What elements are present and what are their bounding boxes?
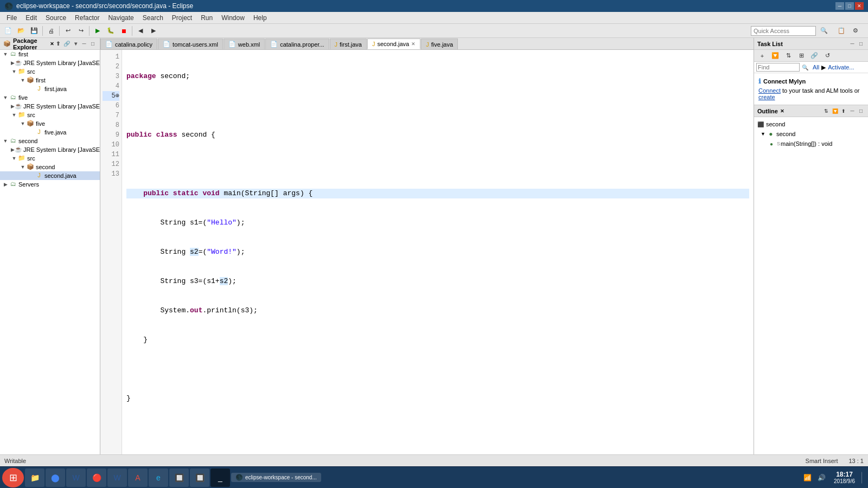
outline-min-btn[interactable]: ─ (848, 107, 856, 115)
tree-item-src-second[interactable]: ▼ 📁 src (0, 154, 100, 163)
mylyn-create-link[interactable]: create (758, 94, 775, 100)
task-filter-btn[interactable]: 🔽 (769, 50, 781, 62)
task-new-btn[interactable]: + (756, 50, 768, 62)
tree-item-jre-first[interactable]: ▶ ☕ JRE System Library [JavaSE-1.8] (0, 59, 100, 67)
tab-catalina-policy[interactable]: 📄 catalina.policy (100, 38, 157, 49)
code-editor[interactable]: 1 2 3 4 5⊕ 6 7 8 9 10 11 12 13 (100, 50, 754, 454)
undo-btn[interactable]: ↩ (62, 25, 74, 37)
show-desktop-btn[interactable] (861, 472, 866, 484)
task-list-icon[interactable]: 📋 (835, 25, 847, 37)
menu-file[interactable]: File (2, 13, 21, 23)
tree-item-second-project[interactable]: ▼ 🗂 second (0, 137, 100, 145)
tree-item-servers[interactable]: ▶ 🗂 Servers (0, 180, 100, 189)
menu-source[interactable]: Source (41, 13, 71, 23)
debug-btn[interactable]: 🐛 (105, 25, 117, 37)
menu-refactor[interactable]: Refactor (71, 13, 104, 23)
task-find-input[interactable] (756, 63, 800, 72)
close-btn[interactable]: ✕ (855, 2, 864, 10)
panel-min-btn[interactable]: ─ (80, 40, 88, 48)
menu-project[interactable]: Project (168, 13, 196, 23)
menu-search[interactable]: Search (138, 13, 168, 23)
taskbar-eclipse-btn[interactable]: 🌑 eclipse-workspace - second... (231, 473, 321, 482)
link-btn[interactable]: 🔗 (63, 40, 71, 48)
tab-first-java[interactable]: J first.java (330, 38, 367, 49)
outline-close-btn[interactable]: ✕ (780, 108, 784, 114)
open-btn[interactable]: 📂 (15, 25, 27, 37)
outline-sort-btn[interactable]: ⇅ (822, 107, 830, 115)
outline-collapse-btn[interactable]: ⬆ (840, 107, 847, 115)
redo-btn[interactable]: ↪ (75, 25, 87, 37)
code-line-5: public static void main(String[] args) { (126, 189, 749, 198)
run-btn[interactable]: ▶ (92, 25, 104, 37)
taskbar-word[interactable]: W (66, 468, 86, 487)
outline-item-package[interactable]: ⬛ second (756, 119, 866, 129)
task-find-search-icon[interactable]: 🔍 (801, 63, 809, 72)
mylyn-connect-link[interactable]: Connect (758, 87, 781, 94)
tree-item-first-project[interactable]: ▼ 🗂 first (0, 50, 100, 59)
tree-item-src-five[interactable]: ▼ 📁 src (0, 111, 100, 119)
outline-max-btn[interactable]: □ (857, 107, 865, 115)
tree-item-second-java[interactable]: J second.java (0, 171, 100, 180)
task-min-btn[interactable]: ─ (848, 40, 856, 48)
menu-run[interactable]: Run (196, 13, 217, 23)
taskbar-red[interactable]: 🔴 (87, 468, 106, 487)
tab-catalina-proper[interactable]: 📄 catalina.proper... (265, 38, 329, 49)
taskbar-app2[interactable]: 🔲 (190, 468, 209, 487)
tree-item-first-java[interactable]: J first.java (0, 85, 100, 93)
taskbar-network-icon[interactable]: 📶 (801, 472, 813, 484)
collapse-all-btn[interactable]: ⬆ (54, 40, 62, 48)
tree-item-pkg-second[interactable]: ▼ 📦 second (0, 163, 100, 171)
tab-five-java[interactable]: J five.java (421, 38, 458, 49)
stop-btn[interactable]: ⏹ (118, 25, 130, 37)
menu-help[interactable]: Help (249, 13, 271, 23)
new-btn[interactable]: 📄 (2, 25, 14, 37)
task-sync-btn[interactable]: ↺ (821, 50, 833, 62)
maximize-btn[interactable]: □ (845, 2, 854, 10)
task-group-btn[interactable]: ⊞ (795, 50, 807, 62)
outline-item-class[interactable]: ▼ ● second (756, 129, 866, 139)
panel-menu-btn[interactable]: ▾ (72, 40, 79, 48)
save-btn[interactable]: 💾 (28, 25, 40, 37)
tab-web-xml[interactable]: 📄 web.xml (224, 38, 265, 49)
menu-window[interactable]: Window (217, 13, 249, 23)
outline-filter-btn[interactable]: 🔽 (831, 107, 839, 115)
tree-item-pkg-first[interactable]: ▼ 📦 first (0, 76, 100, 85)
task-list-title: Task List (757, 41, 783, 47)
prev-btn[interactable]: ◀ (135, 25, 146, 37)
taskbar-word2[interactable]: W (107, 468, 127, 487)
taskbar-terminal[interactable]: _ (210, 468, 230, 487)
menu-navigate[interactable]: Navigate (104, 13, 138, 23)
taskbar-ie[interactable]: e (149, 468, 168, 487)
menu-edit[interactable]: Edit (21, 13, 41, 23)
tree-item-pkg-five[interactable]: ▼ 📦 five (0, 119, 100, 128)
taskbar-chrome[interactable]: ⬤ (46, 468, 65, 487)
quick-access-search-icon[interactable]: 🔍 (818, 25, 830, 37)
tree-item-jre-second[interactable]: ▶ ☕ JRE System Library [JavaSE-1.8] (0, 145, 100, 154)
tree-item-five-project[interactable]: ▼ 🗂 five (0, 93, 100, 102)
package-explorer-close[interactable]: ✕ (50, 41, 54, 47)
quick-access-input[interactable] (751, 26, 816, 36)
taskbar-volume-icon[interactable]: 🔊 (815, 472, 827, 484)
taskbar-acrobat[interactable]: A (128, 468, 148, 487)
settings-icon[interactable]: ⚙ (850, 25, 861, 37)
task-all-label[interactable]: All (813, 64, 819, 70)
start-button[interactable]: ⊞ (2, 468, 24, 487)
taskbar-app1[interactable]: 🔲 (169, 468, 189, 487)
taskbar-explorer[interactable]: 📁 (25, 468, 44, 487)
tree-item-five-java[interactable]: J five.java (0, 128, 100, 137)
code-content[interactable]: package second; public class second { pu… (122, 50, 754, 454)
tree-item-jre-five[interactable]: ▶ ☕ JRE System Library [JavaSE-1.8] (0, 102, 100, 111)
task-link-btn[interactable]: 🔗 (808, 50, 820, 62)
task-activate-label[interactable]: Activate... (828, 64, 854, 70)
panel-max-btn[interactable]: □ (89, 40, 97, 48)
tab-second-java[interactable]: J second.java ✕ (367, 38, 420, 49)
tree-item-src-first[interactable]: ▼ 📁 src (0, 67, 100, 76)
next-btn[interactable]: ▶ (148, 25, 159, 37)
minimize-btn[interactable]: ─ (835, 2, 844, 10)
task-sort-btn[interactable]: ⇅ (782, 50, 794, 62)
task-max-btn[interactable]: □ (857, 40, 865, 48)
tab-close-btn[interactable]: ✕ (411, 41, 416, 47)
outline-item-method[interactable]: ● S main(String[]) : void (756, 139, 866, 149)
tab-tomcat-users[interactable]: 📄 tomcat-users.xml (158, 38, 223, 49)
print-btn[interactable]: 🖨 (45, 25, 57, 37)
